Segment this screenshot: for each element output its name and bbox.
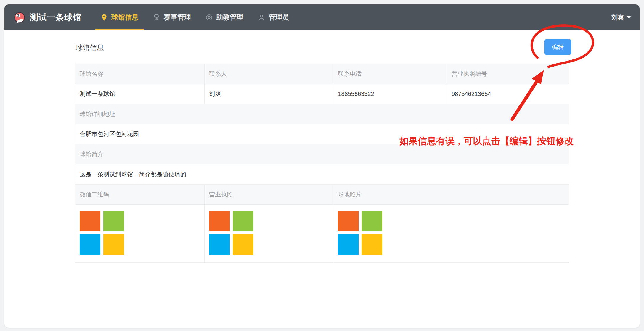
tab-events[interactable]: 赛事管理 (146, 4, 198, 30)
table-value-row: 测试一条球馆 刘爽 18855663322 987546213654 (75, 84, 569, 104)
wechat-qr-cell (75, 205, 205, 262)
venue-name-value: 测试一条球馆 (75, 84, 205, 104)
person-icon (258, 14, 265, 21)
page-title: 球馆信息 (76, 43, 104, 52)
table-header-cell: 营业执照编号 (447, 64, 569, 84)
table-header-cell: 球馆详细地址 (75, 104, 569, 124)
user-menu[interactable]: 刘爽 (611, 13, 631, 22)
image-square (80, 211, 100, 231)
image-square (103, 211, 124, 231)
table-header-cell: 球馆名称 (75, 64, 205, 84)
image-square (233, 234, 253, 255)
contact-name-value: 刘爽 (205, 84, 333, 104)
ball-number: 3 (17, 14, 19, 17)
license-number-value: 987546213654 (447, 84, 569, 104)
app-window: 3 测试一条球馆 球馆信息 (4, 4, 640, 328)
wechat-qr-image[interactable] (80, 211, 124, 255)
business-license-image[interactable] (209, 211, 253, 255)
double-circle-icon (205, 14, 213, 21)
tab-label: 助教管理 (216, 13, 243, 22)
image-square (233, 211, 253, 231)
table-header-cell: 球馆简介 (75, 144, 569, 164)
image-square (362, 211, 382, 231)
table-header-cell: 联系电话 (333, 64, 447, 84)
image-square (362, 234, 382, 255)
table-header-row: 球馆详细地址 (75, 104, 569, 124)
billiard-ball-logo: 3 (14, 12, 25, 23)
location-pin-icon (100, 14, 108, 21)
venue-info-table: 球馆名称 联系人 联系电话 营业执照编号 测试一条球馆 刘爽 188556633… (75, 64, 569, 263)
table-header-row: 微信二维码 营业执照 场地照片 (75, 185, 569, 205)
image-square (209, 211, 230, 231)
image-square (103, 234, 124, 255)
trophy-icon (153, 14, 160, 21)
venue-photo-cell (333, 205, 569, 262)
table-header-cell: 微信二维码 (75, 185, 205, 204)
venue-address-value: 合肥市包河区包河花园 (75, 124, 569, 144)
venue-intro-value: 这是一条测试到球馆，简介都是随便填的 (75, 164, 569, 184)
caret-down-icon (627, 16, 631, 19)
table-value-row: 这是一条测试到球馆，简介都是随便填的 (75, 164, 569, 185)
image-square (338, 234, 359, 255)
tab-label: 赛事管理 (164, 13, 191, 22)
tab-label: 球馆信息 (111, 13, 139, 22)
venue-brand-title: 测试一条球馆 (30, 12, 81, 23)
table-header-cell: 场地照片 (333, 185, 569, 204)
image-square (338, 211, 359, 231)
image-square (209, 234, 230, 255)
table-header-row: 球馆名称 联系人 联系电话 营业执照编号 (75, 64, 569, 84)
venue-photo-image[interactable] (338, 211, 382, 255)
table-header-cell: 营业执照 (205, 185, 333, 204)
table-value-row: 合肥市包河区包河花园 (75, 124, 569, 144)
table-header-cell: 联系人 (205, 64, 333, 84)
table-header-row: 球馆简介 (75, 144, 569, 164)
tab-venue-info[interactable]: 球馆信息 (93, 4, 146, 30)
contact-phone-value: 18855663322 (333, 84, 447, 104)
user-name: 刘爽 (611, 13, 624, 22)
edit-button[interactable]: 编辑 (544, 39, 571, 55)
business-license-cell (205, 205, 333, 262)
image-square (80, 234, 100, 255)
tab-assistants[interactable]: 助教管理 (198, 4, 250, 30)
top-navbar: 3 测试一条球馆 球馆信息 (4, 4, 640, 30)
table-photo-row (75, 205, 569, 262)
tab-admins[interactable]: 管理员 (250, 4, 296, 30)
tab-label: 管理员 (269, 13, 289, 22)
nav-tabs: 球馆信息 赛事管理 (93, 4, 296, 30)
